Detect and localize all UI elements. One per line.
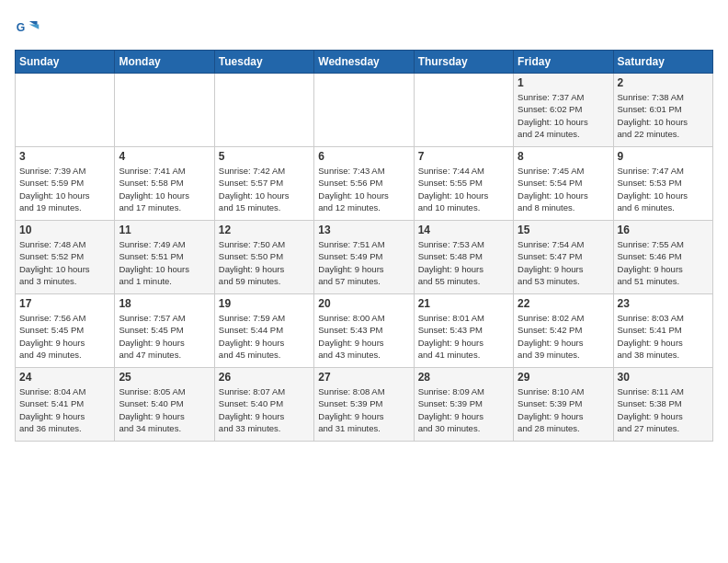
calendar-cell: 30Sunrise: 8:11 AM Sunset: 5:38 PM Dayli… <box>613 368 712 442</box>
day-number: 24 <box>19 371 110 384</box>
calendar-cell: 21Sunrise: 8:01 AM Sunset: 5:43 PM Dayli… <box>414 294 513 368</box>
calendar-table: SundayMondayTuesdayWednesdayThursdayFrid… <box>15 50 713 442</box>
calendar-cell: 26Sunrise: 8:07 AM Sunset: 5:40 PM Dayli… <box>214 368 313 442</box>
calendar-cell: 2Sunrise: 7:38 AM Sunset: 6:01 PM Daylig… <box>613 74 712 147</box>
svg-text:G: G <box>17 21 26 34</box>
calendar-cell: 3Sunrise: 7:39 AM Sunset: 5:59 PM Daylig… <box>16 147 115 221</box>
day-info: Sunrise: 7:48 AM Sunset: 5:52 PM Dayligh… <box>19 238 110 287</box>
weekday-header: Thursday <box>414 51 513 74</box>
day-info: Sunrise: 7:45 AM Sunset: 5:54 PM Dayligh… <box>518 165 609 213</box>
page-header: G <box>15 15 713 40</box>
day-number: 13 <box>318 224 409 236</box>
calendar-cell: 17Sunrise: 7:56 AM Sunset: 5:45 PM Dayli… <box>16 294 115 368</box>
calendar-cell <box>115 74 214 147</box>
calendar-cell: 29Sunrise: 8:10 AM Sunset: 5:39 PM Dayli… <box>514 368 613 442</box>
day-info: Sunrise: 7:44 AM Sunset: 5:55 PM Dayligh… <box>418 165 509 213</box>
logo-icon: G <box>15 15 40 40</box>
calendar-cell: 18Sunrise: 7:57 AM Sunset: 5:45 PM Dayli… <box>115 294 214 368</box>
day-info: Sunrise: 7:55 AM Sunset: 5:46 PM Dayligh… <box>618 238 709 287</box>
calendar-cell: 6Sunrise: 7:43 AM Sunset: 5:56 PM Daylig… <box>314 147 414 221</box>
day-number: 23 <box>618 297 709 310</box>
calendar-cell: 28Sunrise: 8:09 AM Sunset: 5:39 PM Dayli… <box>414 368 513 442</box>
calendar-cell: 11Sunrise: 7:49 AM Sunset: 5:51 PM Dayli… <box>115 221 214 294</box>
day-info: Sunrise: 8:08 AM Sunset: 5:39 PM Dayligh… <box>318 385 409 434</box>
day-info: Sunrise: 8:07 AM Sunset: 5:40 PM Dayligh… <box>219 385 310 434</box>
day-number: 22 <box>518 297 609 310</box>
calendar-cell <box>414 74 513 147</box>
calendar-cell: 12Sunrise: 7:50 AM Sunset: 5:50 PM Dayli… <box>214 221 313 294</box>
day-number: 6 <box>318 150 409 163</box>
day-number: 8 <box>518 150 609 163</box>
day-number: 25 <box>119 371 210 384</box>
day-info: Sunrise: 8:10 AM Sunset: 5:39 PM Dayligh… <box>518 385 609 434</box>
day-number: 16 <box>618 224 709 236</box>
calendar-cell: 23Sunrise: 8:03 AM Sunset: 5:41 PM Dayli… <box>613 294 712 368</box>
weekday-header: Saturday <box>613 51 712 74</box>
day-number: 10 <box>19 224 110 236</box>
calendar-cell: 22Sunrise: 8:02 AM Sunset: 5:42 PM Dayli… <box>514 294 613 368</box>
day-number: 19 <box>219 297 310 310</box>
day-number: 3 <box>19 150 110 163</box>
calendar-cell: 20Sunrise: 8:00 AM Sunset: 5:43 PM Dayli… <box>314 294 414 368</box>
calendar-header: SundayMondayTuesdayWednesdayThursdayFrid… <box>16 51 713 74</box>
logo: G <box>15 15 44 40</box>
day-number: 1 <box>518 76 609 89</box>
day-number: 15 <box>518 224 609 236</box>
day-info: Sunrise: 7:54 AM Sunset: 5:47 PM Dayligh… <box>518 238 609 287</box>
day-info: Sunrise: 7:42 AM Sunset: 5:57 PM Dayligh… <box>219 165 310 213</box>
day-info: Sunrise: 7:51 AM Sunset: 5:49 PM Dayligh… <box>318 238 409 287</box>
day-number: 17 <box>19 297 110 310</box>
day-number: 18 <box>119 297 210 310</box>
calendar-cell <box>214 74 313 147</box>
day-info: Sunrise: 7:49 AM Sunset: 5:51 PM Dayligh… <box>119 238 210 287</box>
day-info: Sunrise: 7:47 AM Sunset: 5:53 PM Dayligh… <box>618 165 709 213</box>
day-number: 12 <box>219 224 310 236</box>
calendar-cell: 1Sunrise: 7:37 AM Sunset: 6:02 PM Daylig… <box>514 74 613 147</box>
day-number: 29 <box>518 371 609 384</box>
day-info: Sunrise: 8:04 AM Sunset: 5:41 PM Dayligh… <box>19 385 110 434</box>
day-info: Sunrise: 8:03 AM Sunset: 5:41 PM Dayligh… <box>618 312 709 361</box>
day-info: Sunrise: 7:43 AM Sunset: 5:56 PM Dayligh… <box>318 165 409 213</box>
calendar-cell: 7Sunrise: 7:44 AM Sunset: 5:55 PM Daylig… <box>414 147 513 221</box>
day-info: Sunrise: 7:53 AM Sunset: 5:48 PM Dayligh… <box>418 238 509 287</box>
calendar-cell: 19Sunrise: 7:59 AM Sunset: 5:44 PM Dayli… <box>214 294 313 368</box>
day-number: 9 <box>618 150 709 163</box>
calendar-cell: 13Sunrise: 7:51 AM Sunset: 5:49 PM Dayli… <box>314 221 414 294</box>
calendar-cell: 27Sunrise: 8:08 AM Sunset: 5:39 PM Dayli… <box>314 368 414 442</box>
calendar-cell: 25Sunrise: 8:05 AM Sunset: 5:40 PM Dayli… <box>115 368 214 442</box>
calendar-cell <box>314 74 414 147</box>
day-info: Sunrise: 8:01 AM Sunset: 5:43 PM Dayligh… <box>418 312 509 361</box>
calendar-cell: 15Sunrise: 7:54 AM Sunset: 5:47 PM Dayli… <box>514 221 613 294</box>
calendar-cell: 24Sunrise: 8:04 AM Sunset: 5:41 PM Dayli… <box>16 368 115 442</box>
calendar-cell: 5Sunrise: 7:42 AM Sunset: 5:57 PM Daylig… <box>214 147 313 221</box>
weekday-header: Wednesday <box>314 51 414 74</box>
weekday-header: Friday <box>514 51 613 74</box>
calendar-cell: 9Sunrise: 7:47 AM Sunset: 5:53 PM Daylig… <box>613 147 712 221</box>
calendar-cell: 4Sunrise: 7:41 AM Sunset: 5:58 PM Daylig… <box>115 147 214 221</box>
day-number: 30 <box>618 371 709 384</box>
day-info: Sunrise: 7:38 AM Sunset: 6:01 PM Dayligh… <box>618 91 709 140</box>
day-info: Sunrise: 8:02 AM Sunset: 5:42 PM Dayligh… <box>518 312 609 361</box>
day-info: Sunrise: 7:41 AM Sunset: 5:58 PM Dayligh… <box>119 165 210 213</box>
day-info: Sunrise: 8:05 AM Sunset: 5:40 PM Dayligh… <box>119 385 210 434</box>
day-number: 2 <box>618 76 709 89</box>
day-number: 27 <box>318 371 409 384</box>
day-info: Sunrise: 7:57 AM Sunset: 5:45 PM Dayligh… <box>119 312 210 361</box>
calendar-cell: 16Sunrise: 7:55 AM Sunset: 5:46 PM Dayli… <box>613 221 712 294</box>
weekday-header: Tuesday <box>214 51 313 74</box>
day-number: 28 <box>418 371 509 384</box>
calendar-cell: 10Sunrise: 7:48 AM Sunset: 5:52 PM Dayli… <box>16 221 115 294</box>
day-number: 11 <box>119 224 210 236</box>
day-info: Sunrise: 7:50 AM Sunset: 5:50 PM Dayligh… <box>219 238 310 287</box>
calendar-cell: 8Sunrise: 7:45 AM Sunset: 5:54 PM Daylig… <box>514 147 613 221</box>
weekday-header: Monday <box>115 51 214 74</box>
day-info: Sunrise: 7:37 AM Sunset: 6:02 PM Dayligh… <box>518 91 609 140</box>
day-info: Sunrise: 7:59 AM Sunset: 5:44 PM Dayligh… <box>219 312 310 361</box>
day-number: 4 <box>119 150 210 163</box>
day-number: 21 <box>418 297 509 310</box>
day-number: 14 <box>418 224 509 236</box>
calendar-cell: 14Sunrise: 7:53 AM Sunset: 5:48 PM Dayli… <box>414 221 513 294</box>
day-info: Sunrise: 8:00 AM Sunset: 5:43 PM Dayligh… <box>318 312 409 361</box>
calendar-cell <box>16 74 115 147</box>
day-number: 26 <box>219 371 310 384</box>
